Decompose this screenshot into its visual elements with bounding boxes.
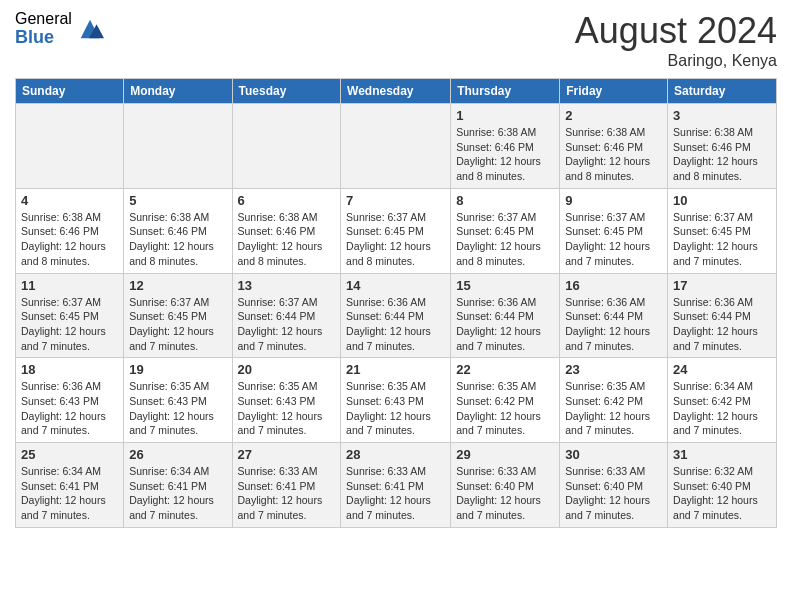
day-cell: 4Sunrise: 6:38 AM Sunset: 6:46 PM Daylig…	[16, 188, 124, 273]
header-cell-sunday: Sunday	[16, 79, 124, 104]
location-subtitle: Baringo, Kenya	[575, 52, 777, 70]
day-number: 21	[346, 362, 445, 377]
day-number: 27	[238, 447, 336, 462]
week-row-5: 25Sunrise: 6:34 AM Sunset: 6:41 PM Dayli…	[16, 443, 777, 528]
day-cell: 6Sunrise: 6:38 AM Sunset: 6:46 PM Daylig…	[232, 188, 341, 273]
header-cell-thursday: Thursday	[451, 79, 560, 104]
header-cell-wednesday: Wednesday	[341, 79, 451, 104]
day-info: Sunrise: 6:38 AM Sunset: 6:46 PM Dayligh…	[673, 125, 771, 184]
day-cell: 17Sunrise: 6:36 AM Sunset: 6:44 PM Dayli…	[668, 273, 777, 358]
day-cell: 27Sunrise: 6:33 AM Sunset: 6:41 PM Dayli…	[232, 443, 341, 528]
day-info: Sunrise: 6:36 AM Sunset: 6:43 PM Dayligh…	[21, 379, 118, 438]
header-cell-saturday: Saturday	[668, 79, 777, 104]
day-cell	[16, 104, 124, 189]
day-cell: 8Sunrise: 6:37 AM Sunset: 6:45 PM Daylig…	[451, 188, 560, 273]
day-info: Sunrise: 6:37 AM Sunset: 6:45 PM Dayligh…	[129, 295, 226, 354]
day-info: Sunrise: 6:38 AM Sunset: 6:46 PM Dayligh…	[129, 210, 226, 269]
day-number: 19	[129, 362, 226, 377]
day-cell	[124, 104, 232, 189]
calendar-table: SundayMondayTuesdayWednesdayThursdayFrid…	[15, 78, 777, 528]
day-number: 26	[129, 447, 226, 462]
day-info: Sunrise: 6:33 AM Sunset: 6:41 PM Dayligh…	[238, 464, 336, 523]
month-year-title: August 2024	[575, 10, 777, 52]
day-info: Sunrise: 6:36 AM Sunset: 6:44 PM Dayligh…	[346, 295, 445, 354]
day-number: 23	[565, 362, 662, 377]
day-info: Sunrise: 6:38 AM Sunset: 6:46 PM Dayligh…	[21, 210, 118, 269]
day-number: 9	[565, 193, 662, 208]
day-number: 29	[456, 447, 554, 462]
logo-text: General Blue	[15, 10, 72, 47]
day-info: Sunrise: 6:36 AM Sunset: 6:44 PM Dayligh…	[565, 295, 662, 354]
day-cell: 29Sunrise: 6:33 AM Sunset: 6:40 PM Dayli…	[451, 443, 560, 528]
day-info: Sunrise: 6:33 AM Sunset: 6:40 PM Dayligh…	[565, 464, 662, 523]
day-info: Sunrise: 6:35 AM Sunset: 6:43 PM Dayligh…	[129, 379, 226, 438]
day-info: Sunrise: 6:33 AM Sunset: 6:40 PM Dayligh…	[456, 464, 554, 523]
day-info: Sunrise: 6:36 AM Sunset: 6:44 PM Dayligh…	[456, 295, 554, 354]
header-cell-tuesday: Tuesday	[232, 79, 341, 104]
day-info: Sunrise: 6:38 AM Sunset: 6:46 PM Dayligh…	[238, 210, 336, 269]
day-number: 1	[456, 108, 554, 123]
day-cell	[341, 104, 451, 189]
day-number: 11	[21, 278, 118, 293]
logo-icon	[76, 15, 104, 43]
day-number: 3	[673, 108, 771, 123]
day-cell: 13Sunrise: 6:37 AM Sunset: 6:44 PM Dayli…	[232, 273, 341, 358]
logo-general: General	[15, 10, 72, 28]
day-info: Sunrise: 6:35 AM Sunset: 6:43 PM Dayligh…	[346, 379, 445, 438]
day-info: Sunrise: 6:37 AM Sunset: 6:45 PM Dayligh…	[565, 210, 662, 269]
day-cell: 11Sunrise: 6:37 AM Sunset: 6:45 PM Dayli…	[16, 273, 124, 358]
day-info: Sunrise: 6:34 AM Sunset: 6:42 PM Dayligh…	[673, 379, 771, 438]
day-info: Sunrise: 6:37 AM Sunset: 6:44 PM Dayligh…	[238, 295, 336, 354]
logo: General Blue	[15, 10, 104, 47]
day-cell: 25Sunrise: 6:34 AM Sunset: 6:41 PM Dayli…	[16, 443, 124, 528]
day-cell: 10Sunrise: 6:37 AM Sunset: 6:45 PM Dayli…	[668, 188, 777, 273]
day-cell: 15Sunrise: 6:36 AM Sunset: 6:44 PM Dayli…	[451, 273, 560, 358]
day-info: Sunrise: 6:37 AM Sunset: 6:45 PM Dayligh…	[673, 210, 771, 269]
day-info: Sunrise: 6:32 AM Sunset: 6:40 PM Dayligh…	[673, 464, 771, 523]
day-number: 14	[346, 278, 445, 293]
day-cell: 3Sunrise: 6:38 AM Sunset: 6:46 PM Daylig…	[668, 104, 777, 189]
day-cell: 9Sunrise: 6:37 AM Sunset: 6:45 PM Daylig…	[560, 188, 668, 273]
day-cell: 19Sunrise: 6:35 AM Sunset: 6:43 PM Dayli…	[124, 358, 232, 443]
day-cell: 21Sunrise: 6:35 AM Sunset: 6:43 PM Dayli…	[341, 358, 451, 443]
day-cell: 24Sunrise: 6:34 AM Sunset: 6:42 PM Dayli…	[668, 358, 777, 443]
day-number: 22	[456, 362, 554, 377]
day-info: Sunrise: 6:37 AM Sunset: 6:45 PM Dayligh…	[21, 295, 118, 354]
header-cell-monday: Monday	[124, 79, 232, 104]
day-info: Sunrise: 6:37 AM Sunset: 6:45 PM Dayligh…	[346, 210, 445, 269]
week-row-2: 4Sunrise: 6:38 AM Sunset: 6:46 PM Daylig…	[16, 188, 777, 273]
day-number: 5	[129, 193, 226, 208]
day-number: 12	[129, 278, 226, 293]
calendar-body: 1Sunrise: 6:38 AM Sunset: 6:46 PM Daylig…	[16, 104, 777, 528]
calendar-header: SundayMondayTuesdayWednesdayThursdayFrid…	[16, 79, 777, 104]
day-cell: 31Sunrise: 6:32 AM Sunset: 6:40 PM Dayli…	[668, 443, 777, 528]
day-info: Sunrise: 6:35 AM Sunset: 6:42 PM Dayligh…	[456, 379, 554, 438]
day-number: 2	[565, 108, 662, 123]
day-info: Sunrise: 6:34 AM Sunset: 6:41 PM Dayligh…	[129, 464, 226, 523]
day-number: 8	[456, 193, 554, 208]
week-row-3: 11Sunrise: 6:37 AM Sunset: 6:45 PM Dayli…	[16, 273, 777, 358]
day-info: Sunrise: 6:38 AM Sunset: 6:46 PM Dayligh…	[565, 125, 662, 184]
day-cell: 14Sunrise: 6:36 AM Sunset: 6:44 PM Dayli…	[341, 273, 451, 358]
day-number: 6	[238, 193, 336, 208]
day-info: Sunrise: 6:38 AM Sunset: 6:46 PM Dayligh…	[456, 125, 554, 184]
day-info: Sunrise: 6:34 AM Sunset: 6:41 PM Dayligh…	[21, 464, 118, 523]
day-cell: 7Sunrise: 6:37 AM Sunset: 6:45 PM Daylig…	[341, 188, 451, 273]
day-info: Sunrise: 6:35 AM Sunset: 6:42 PM Dayligh…	[565, 379, 662, 438]
header-row: SundayMondayTuesdayWednesdayThursdayFrid…	[16, 79, 777, 104]
day-info: Sunrise: 6:37 AM Sunset: 6:45 PM Dayligh…	[456, 210, 554, 269]
day-cell: 30Sunrise: 6:33 AM Sunset: 6:40 PM Dayli…	[560, 443, 668, 528]
week-row-4: 18Sunrise: 6:36 AM Sunset: 6:43 PM Dayli…	[16, 358, 777, 443]
day-cell: 26Sunrise: 6:34 AM Sunset: 6:41 PM Dayli…	[124, 443, 232, 528]
day-cell: 23Sunrise: 6:35 AM Sunset: 6:42 PM Dayli…	[560, 358, 668, 443]
day-number: 30	[565, 447, 662, 462]
day-cell	[232, 104, 341, 189]
title-area: August 2024 Baringo, Kenya	[575, 10, 777, 70]
day-number: 24	[673, 362, 771, 377]
day-number: 13	[238, 278, 336, 293]
day-cell: 18Sunrise: 6:36 AM Sunset: 6:43 PM Dayli…	[16, 358, 124, 443]
day-number: 28	[346, 447, 445, 462]
day-cell: 28Sunrise: 6:33 AM Sunset: 6:41 PM Dayli…	[341, 443, 451, 528]
day-number: 7	[346, 193, 445, 208]
day-cell: 16Sunrise: 6:36 AM Sunset: 6:44 PM Dayli…	[560, 273, 668, 358]
